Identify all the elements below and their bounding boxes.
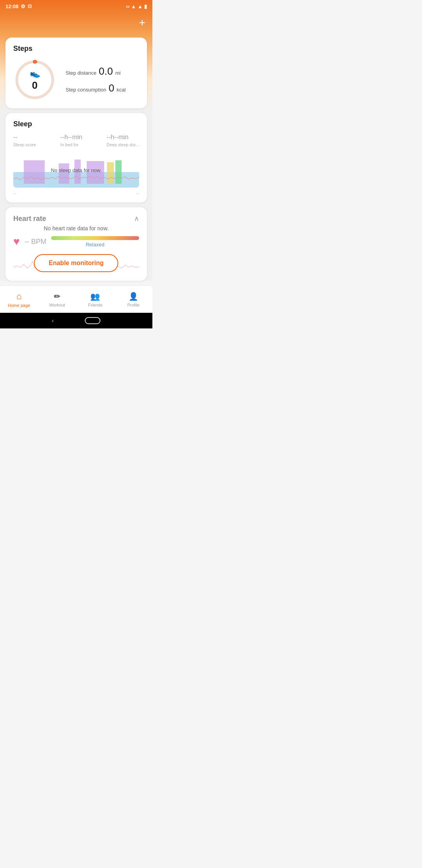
bpm-value: -- BPM (25, 238, 46, 246)
signal-icon: ▲ (138, 4, 143, 9)
sleep-chart: No sleep data for now. (13, 152, 139, 188)
wifi-icon: ▲ (131, 4, 136, 9)
nav-item-profile[interactable]: 👤 Profile (114, 292, 153, 307)
back-button[interactable]: ‹ (52, 317, 54, 324)
status-gradient-bar (51, 236, 139, 240)
deep-sleep-value: --h--min (107, 134, 129, 141)
chevron-up-icon[interactable]: ∧ (134, 214, 139, 223)
cast-icon: ▭ (126, 4, 129, 9)
main-content: Steps 👟 0 Step distance 0.0 mi (0, 33, 152, 281)
sleep-score-label: Sleep score (13, 142, 36, 147)
sleep-no-data-text: No sleep data for now. (51, 167, 101, 173)
enable-monitoring-button[interactable]: Enable monitoring (34, 254, 118, 272)
sleep-title: Sleep (13, 120, 139, 128)
step-distance-unit: mi (115, 70, 121, 76)
no-hr-data-text: No heart rate data for now. (13, 225, 139, 231)
home-button[interactable] (85, 317, 100, 324)
sleep-score-metric: -- Sleep score (13, 134, 36, 147)
step-distance-value: 0.0 (99, 65, 113, 77)
screen-record-icon: ⊡ (28, 4, 32, 9)
top-header: + (0, 13, 152, 33)
steps-circle-container: 👟 0 (13, 58, 56, 101)
heart-rate-header: Heart rate ∧ (13, 214, 139, 223)
steps-stats: Step distance 0.0 mi Step consumption 0 … (66, 65, 139, 94)
steps-card: Steps 👟 0 Step distance 0.0 mi (5, 38, 147, 108)
heart-icon: ♥ (13, 235, 20, 248)
in-bed-metric: --h--min In bed for (60, 134, 82, 147)
deep-sleep-label: Deep sleep dur... (107, 142, 139, 147)
sleep-time-start: -- (13, 191, 16, 195)
time-display: 12:08 (5, 4, 18, 9)
friends-icon: 👥 (90, 292, 100, 301)
heart-rate-status: Relaxed (51, 236, 139, 247)
nav-label-workout: Workout (49, 303, 65, 307)
settings-icon: ⚙ (21, 4, 25, 9)
svg-point-2 (33, 60, 37, 64)
heart-rate-body: ♥ -- BPM Relaxed (13, 235, 139, 248)
relaxed-label: Relaxed (51, 242, 139, 247)
step-consumption-value: 0 (109, 82, 114, 94)
nav-label-profile: Profile (127, 303, 139, 307)
nav-item-home[interactable]: ⌂ Home page (0, 291, 38, 308)
svg-rect-9 (115, 160, 122, 184)
svg-rect-4 (24, 160, 45, 184)
android-nav-bar: ‹ (0, 313, 152, 328)
step-consumption-unit: kcal (117, 87, 126, 93)
nav-item-workout[interactable]: ✏ Workout (38, 292, 77, 307)
profile-icon: 👤 (129, 292, 138, 301)
status-bar: 12:08 ⚙ ⊡ ▭ ▲ ▲ ▮ (0, 0, 152, 13)
workout-icon: ✏ (54, 292, 61, 301)
nav-label-friends: Friends (88, 303, 102, 307)
heart-rate-title: Heart rate (13, 215, 46, 223)
step-consumption-row: Step consumption 0 kcal (66, 82, 139, 94)
steps-count: 0 (32, 79, 38, 91)
in-bed-label: In bed for (60, 142, 78, 147)
step-distance-row: Step distance 0.0 mi (66, 65, 139, 77)
home-icon: ⌂ (16, 291, 21, 301)
steps-title: Steps (13, 45, 139, 53)
svg-rect-5 (59, 163, 69, 184)
add-button[interactable]: + (139, 17, 145, 28)
battery-icon: ▮ (144, 4, 147, 9)
svg-rect-8 (107, 162, 114, 184)
sleep-metrics: -- Sleep score --h--min In bed for --h--… (13, 134, 139, 147)
sleep-card: Sleep -- Sleep score --h--min In bed for… (5, 113, 147, 203)
in-bed-value: --h--min (60, 134, 82, 141)
nav-item-friends[interactable]: 👥 Friends (76, 292, 114, 307)
step-consumption-label: Step consumption (66, 87, 106, 93)
deep-sleep-metric: --h--min Deep sleep dur... (107, 134, 139, 147)
heart-rate-card: Heart rate ∧ No heart rate data for now.… (5, 207, 147, 281)
sleep-time-end: -- (136, 191, 139, 195)
nav-label-home: Home page (8, 303, 30, 308)
bottom-nav: ⌂ Home page ✏ Workout 👥 Friends 👤 Profil… (0, 285, 152, 313)
heart-rate-chart: Enable monitoring (13, 253, 139, 273)
steps-body: 👟 0 Step distance 0.0 mi Step consumptio… (13, 58, 139, 101)
step-distance-label: Step distance (66, 70, 97, 76)
sleep-score-value: -- (13, 134, 18, 141)
sleep-time-row: -- -- (13, 191, 139, 195)
footsteps-icon: 👟 (30, 68, 40, 79)
